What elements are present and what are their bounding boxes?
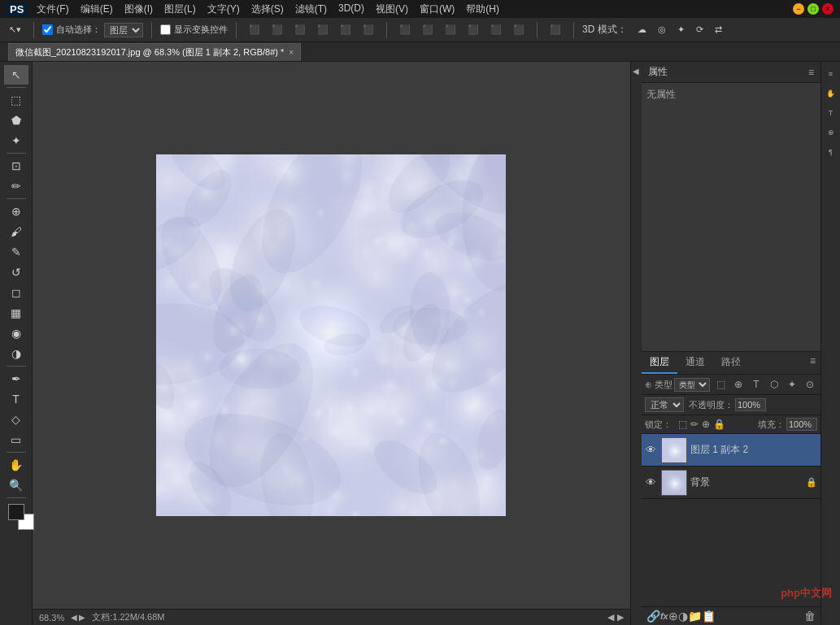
menu-edit[interactable]: 编辑(E) — [76, 1, 118, 18]
align-top-btn[interactable]: ⬛ — [313, 22, 333, 37]
3d-btn3[interactable]: ✦ — [673, 22, 689, 37]
right-icon-3[interactable]: T — [822, 104, 840, 122]
tab-paths[interactable]: 路径 — [713, 352, 749, 374]
right-icon-properties[interactable]: ≡ — [822, 65, 840, 83]
distribute-top-btn[interactable]: ⬛ — [464, 22, 483, 37]
eraser-tool[interactable]: ◻ — [4, 283, 28, 302]
brush-tool[interactable]: 🖌 — [4, 222, 28, 241]
history-brush[interactable]: ↺ — [4, 263, 28, 282]
lock-all-icon[interactable]: 🔒 — [713, 419, 725, 430]
arrange-btn[interactable]: ⬛ — [546, 22, 565, 37]
align-middle-btn[interactable]: ⬛ — [336, 22, 355, 37]
add-mask-btn[interactable]: ⊕ — [668, 610, 678, 623]
3d-btn5[interactable]: ⇄ — [711, 22, 726, 37]
delete-layer-btn[interactable]: 🗑 — [804, 610, 816, 623]
shape-tool[interactable]: ▭ — [4, 430, 28, 449]
new-group-btn[interactable]: 📁 — [688, 610, 702, 623]
filter-type-select[interactable]: 类型 — [674, 378, 710, 392]
color-swatches[interactable] — [8, 504, 24, 520]
move-tool-option[interactable]: ↖▾ — [5, 22, 25, 37]
3d-btn4[interactable]: ⟳ — [692, 22, 707, 37]
filter-icon5[interactable]: ✦ — [785, 377, 799, 392]
status-arrow-right[interactable]: ▶ — [79, 613, 85, 622]
menu-view[interactable]: 视图(V) — [371, 1, 413, 18]
3d-btn2[interactable]: ◎ — [654, 22, 670, 37]
filter-icon2[interactable]: ⊕ — [731, 377, 746, 392]
panel-collapse-handle[interactable]: ◀ — [630, 62, 642, 625]
lock-artboard-icon[interactable]: ⊕ — [702, 419, 710, 430]
align-right-btn[interactable]: ⬛ — [290, 22, 310, 37]
lasso-tool[interactable]: ⬟ — [4, 111, 28, 130]
auto-select-input[interactable] — [42, 24, 53, 35]
menu-layer[interactable]: 图层(L) — [159, 1, 201, 18]
distribute-mid-btn[interactable]: ⬛ — [486, 22, 506, 37]
path-tool[interactable]: ◇ — [4, 410, 28, 429]
pen-tool[interactable]: ✒ — [4, 369, 28, 388]
marquee-tool[interactable]: ⬚ — [4, 90, 28, 110]
show-transform-input[interactable] — [160, 24, 171, 35]
move-tool[interactable]: ↖ — [4, 65, 28, 85]
eyedropper-tool[interactable]: ✏ — [4, 176, 28, 196]
filter-icon4[interactable]: ⬡ — [767, 377, 781, 392]
tab-channels[interactable]: 通道 — [677, 352, 713, 374]
menu-text[interactable]: 文字(Y) — [202, 1, 245, 18]
heal-tool[interactable]: ⊕ — [4, 202, 28, 221]
distribute-center-btn[interactable]: ⬛ — [418, 22, 437, 37]
tab-close-button[interactable]: × — [289, 48, 294, 57]
zoom-tool[interactable]: 🔍 — [4, 475, 28, 495]
foreground-color[interactable] — [8, 504, 24, 520]
align-center-btn[interactable]: ⬛ — [268, 22, 287, 37]
distribute-left-btn[interactable]: ⬛ — [395, 22, 415, 37]
distribute-bottom-btn[interactable]: ⬛ — [509, 22, 529, 37]
properties-menu-icon[interactable]: ≡ — [808, 67, 814, 78]
adjustment-btn[interactable]: ◑ — [678, 610, 688, 623]
menu-image[interactable]: 图像(I) — [120, 1, 158, 18]
fill-input[interactable] — [786, 418, 817, 431]
distribute-right-btn[interactable]: ⬛ — [441, 22, 460, 37]
status-nav-btn[interactable]: ◀ — [607, 612, 614, 623]
menu-file[interactable]: 文件(F) — [32, 1, 73, 18]
3d-btn1[interactable]: ☁ — [633, 22, 651, 37]
lock-position-icon[interactable]: ✏ — [690, 419, 699, 430]
new-layer-btn[interactable]: 📋 — [702, 610, 716, 623]
align-bottom-btn[interactable]: ⬛ — [359, 22, 378, 37]
hand-tool[interactable]: ✋ — [4, 455, 28, 475]
document-tab[interactable]: 微信截图_20210823192017.jpg @ 68.3% (图层 1 副本… — [8, 43, 301, 61]
layer-item-1[interactable]: 👁 背景 🔒 — [642, 467, 820, 499]
blend-mode-select[interactable]: 正常 — [645, 397, 684, 412]
menu-select[interactable]: 选择(S) — [246, 1, 289, 18]
magic-wand-tool[interactable]: ✦ — [4, 131, 28, 150]
lock-pixels-icon[interactable]: ⬚ — [678, 419, 687, 430]
layer-visibility-1[interactable]: 👁 — [645, 476, 658, 489]
menu-window[interactable]: 窗口(W) — [415, 1, 459, 18]
menu-help[interactable]: 帮助(H) — [461, 1, 504, 18]
align-left-btn[interactable]: ⬛ — [245, 22, 264, 37]
layer-item-0[interactable]: 👁 图层 1 副本 2 — [642, 434, 820, 467]
status-arrow-left[interactable]: ◀ — [71, 613, 77, 622]
right-icon-5[interactable]: ¶ — [822, 143, 840, 161]
status-nav-btn2[interactable]: ▶ — [617, 612, 624, 623]
close-button[interactable]: × — [822, 3, 833, 15]
show-transform-checkbox[interactable]: 显示变换控件 — [160, 24, 228, 36]
gradient-tool[interactable]: ▦ — [4, 303, 28, 323]
text-tool[interactable]: T — [4, 389, 28, 409]
filter-toggle[interactable]: ⊙ — [803, 377, 817, 392]
opacity-input[interactable] — [735, 398, 766, 411]
auto-select-checkbox[interactable]: 自动选择： 图层 — [42, 23, 143, 37]
maximize-button[interactable]: □ — [807, 3, 819, 15]
right-icon-4[interactable]: ⊕ — [822, 124, 840, 141]
filter-icon1[interactable]: ⬚ — [713, 377, 728, 392]
link-layers-btn[interactable]: 🔗 — [646, 610, 660, 623]
dodge-tool[interactable]: ◑ — [4, 344, 28, 363]
menu-filter[interactable]: 滤镜(T) — [290, 1, 332, 18]
crop-tool[interactable]: ⊡ — [4, 156, 28, 176]
layers-panel-menu[interactable]: ≡ — [805, 352, 820, 374]
tab-layers[interactable]: 图层 — [642, 352, 677, 374]
layer-visibility-0[interactable]: 👁 — [645, 444, 658, 457]
layer-type-select[interactable]: 图层 — [104, 23, 143, 37]
fx-btn[interactable]: fx — [660, 611, 668, 621]
filter-icon3[interactable]: T — [749, 377, 764, 392]
stamp-tool[interactable]: ✎ — [4, 242, 28, 262]
menu-3d[interactable]: 3D(D) — [333, 1, 369, 18]
minimize-button[interactable]: − — [793, 3, 804, 15]
